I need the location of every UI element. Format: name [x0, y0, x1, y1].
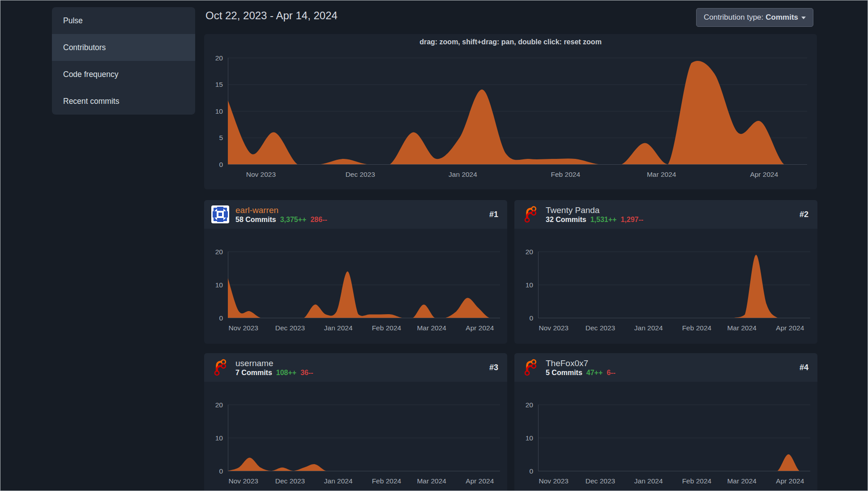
- contributor-stats: 58 Commits 3,375++ 286--: [235, 215, 327, 224]
- additions-count: 47++: [586, 368, 603, 377]
- contributor-stats: 5 Commits 47++ 6--: [546, 368, 616, 377]
- overall-commits-chart[interactable]: 05101520Nov 2023Dec 2023Jan 2024Feb 2024…: [204, 34, 817, 189]
- svg-text:Dec 2023: Dec 2023: [275, 477, 305, 485]
- svg-text:0: 0: [219, 467, 223, 475]
- contributor-commits-chart[interactable]: 01020Nov 2023Dec 2023Jan 2024Feb 2024Mar…: [204, 382, 507, 491]
- svg-text:Feb 2024: Feb 2024: [372, 324, 402, 332]
- rank-badge: #2: [800, 210, 808, 219]
- svg-text:Nov 2023: Nov 2023: [229, 477, 258, 485]
- svg-text:Dec 2023: Dec 2023: [275, 324, 305, 332]
- additions-count: 1,531++: [590, 215, 617, 224]
- contributor-card: earl-warren 58 Commits 3,375++ 286-- #1 …: [204, 200, 507, 344]
- svg-text:20: 20: [526, 401, 534, 409]
- commit-count: 5 Commits: [546, 368, 582, 377]
- additions-count: 3,375++: [280, 215, 307, 224]
- forgejo-logo-avatar: [522, 205, 539, 223]
- contributor-card: Twenty Panda 32 Commits 1,531++ 1,297-- …: [514, 200, 817, 344]
- contributor-info: earl-warren 58 Commits 3,375++ 286--: [235, 205, 327, 224]
- contributor-info: Twenty Panda 32 Commits 1,531++ 1,297--: [546, 205, 643, 224]
- sidebar-item-pulse[interactable]: Pulse: [52, 7, 195, 34]
- sidebar-item-code-frequency[interactable]: Code frequency: [52, 61, 195, 88]
- contributor-stats: 7 Commits 108++ 36--: [235, 368, 313, 377]
- svg-text:Nov 2023: Nov 2023: [246, 171, 276, 178]
- forgejo-logo-image: [522, 205, 539, 223]
- commit-count: 58 Commits: [235, 215, 276, 224]
- svg-text:Feb 2024: Feb 2024: [372, 477, 402, 485]
- svg-text:Apr 2024: Apr 2024: [776, 324, 804, 332]
- forgejo-logo-image: [211, 359, 229, 376]
- contributor-stats: 32 Commits 1,531++ 1,297--: [546, 215, 643, 224]
- svg-text:10: 10: [526, 434, 534, 442]
- contributor-info: username 7 Commits 108++ 36--: [235, 359, 313, 377]
- deletions-count: 1,297--: [620, 215, 643, 224]
- identicon-avatar-image: [211, 205, 229, 223]
- svg-text:Dec 2023: Dec 2023: [346, 171, 375, 178]
- forgejo-logo-avatar: [522, 359, 539, 376]
- deletions-count: 36--: [300, 368, 313, 377]
- rank-badge: #1: [489, 210, 498, 219]
- svg-text:Feb 2024: Feb 2024: [682, 324, 712, 332]
- chevron-down-icon: [801, 17, 806, 19]
- svg-text:Dec 2023: Dec 2023: [586, 324, 615, 332]
- svg-text:Nov 2023: Nov 2023: [539, 477, 569, 485]
- contributor-name-link[interactable]: username: [235, 359, 313, 368]
- svg-text:20: 20: [526, 248, 534, 256]
- svg-text:20: 20: [215, 248, 223, 256]
- identicon-avatar: [211, 205, 229, 223]
- svg-text:10: 10: [215, 434, 223, 442]
- additions-count: 108++: [276, 368, 296, 377]
- svg-text:20: 20: [215, 401, 223, 409]
- svg-text:Feb 2024: Feb 2024: [551, 171, 581, 178]
- contributors-page: Pulse Contributors Code frequency Recent…: [0, 0, 868, 491]
- sidebar-menu: Pulse Contributors Code frequency Recent…: [52, 7, 195, 115]
- sidebar-item-recent-commits[interactable]: Recent commits: [52, 88, 195, 115]
- svg-text:Jan 2024: Jan 2024: [634, 324, 663, 332]
- contributor-name-link[interactable]: earl-warren: [235, 205, 327, 215]
- svg-text:Nov 2023: Nov 2023: [539, 324, 569, 332]
- deletions-count: 6--: [607, 368, 616, 377]
- svg-text:Jan 2024: Jan 2024: [324, 324, 353, 332]
- svg-text:10: 10: [526, 281, 534, 289]
- svg-text:Apr 2024: Apr 2024: [466, 477, 494, 485]
- svg-text:Jan 2024: Jan 2024: [324, 477, 353, 485]
- contributor-card-header: earl-warren 58 Commits 3,375++ 286-- #1: [204, 200, 507, 229]
- svg-text:Apr 2024: Apr 2024: [466, 324, 494, 332]
- svg-text:Apr 2024: Apr 2024: [750, 171, 778, 178]
- forgejo-logo-image: [522, 359, 539, 376]
- contributor-commits-chart[interactable]: 01020Nov 2023Dec 2023Jan 2024Feb 2024Mar…: [204, 229, 507, 344]
- svg-text:Jan 2024: Jan 2024: [634, 477, 663, 485]
- rank-badge: #3: [489, 363, 498, 372]
- chart-zoom-hint: drag: zoom, shift+drag: pan, double clic…: [204, 38, 817, 46]
- contributor-card-header: username 7 Commits 108++ 36-- #3: [204, 353, 507, 382]
- svg-text:Nov 2023: Nov 2023: [229, 324, 258, 332]
- contribution-type-dropdown[interactable]: Contribution type: Commits: [696, 8, 813, 27]
- contributor-commits-chart[interactable]: 01020Nov 2023Dec 2023Jan 2024Feb 2024Mar…: [514, 382, 817, 491]
- svg-text:Dec 2023: Dec 2023: [586, 477, 615, 485]
- commit-count: 7 Commits: [235, 368, 272, 377]
- svg-text:Feb 2024: Feb 2024: [682, 477, 712, 485]
- rank-badge: #4: [800, 363, 808, 372]
- contributor-commits-chart[interactable]: 01020Nov 2023Dec 2023Jan 2024Feb 2024Mar…: [514, 229, 817, 344]
- svg-text:0: 0: [219, 161, 223, 168]
- sidebar-item-contributors[interactable]: Contributors: [52, 34, 195, 61]
- contributor-name-link[interactable]: Twenty Panda: [546, 205, 643, 215]
- contributor-card-header: TheFox0x7 5 Commits 47++ 6-- #4: [514, 353, 817, 382]
- main-chart-panel: 05101520Nov 2023Dec 2023Jan 2024Feb 2024…: [204, 34, 817, 189]
- sidebar-item-label: Pulse: [63, 16, 83, 26]
- svg-text:0: 0: [529, 467, 533, 475]
- contributor-card: username 7 Commits 108++ 36-- #3 01020No…: [204, 353, 507, 491]
- svg-text:15: 15: [215, 81, 223, 88]
- sidebar-item-label: Code frequency: [63, 70, 119, 79]
- contributor-card-header: Twenty Panda 32 Commits 1,531++ 1,297-- …: [514, 200, 817, 229]
- svg-text:10: 10: [215, 107, 223, 115]
- svg-text:5: 5: [219, 134, 223, 141]
- svg-text:Mar 2024: Mar 2024: [417, 477, 446, 485]
- svg-text:Jan 2024: Jan 2024: [449, 171, 477, 178]
- svg-text:20: 20: [215, 54, 223, 62]
- sidebar-item-label: Contributors: [63, 43, 106, 52]
- svg-text:0: 0: [219, 314, 223, 322]
- contributor-card: TheFox0x7 5 Commits 47++ 6-- #4 01020Nov…: [514, 353, 817, 491]
- sidebar-item-label: Recent commits: [63, 97, 119, 106]
- contribution-type-value: Commits: [765, 13, 798, 22]
- contributor-name-link[interactable]: TheFox0x7: [546, 359, 616, 368]
